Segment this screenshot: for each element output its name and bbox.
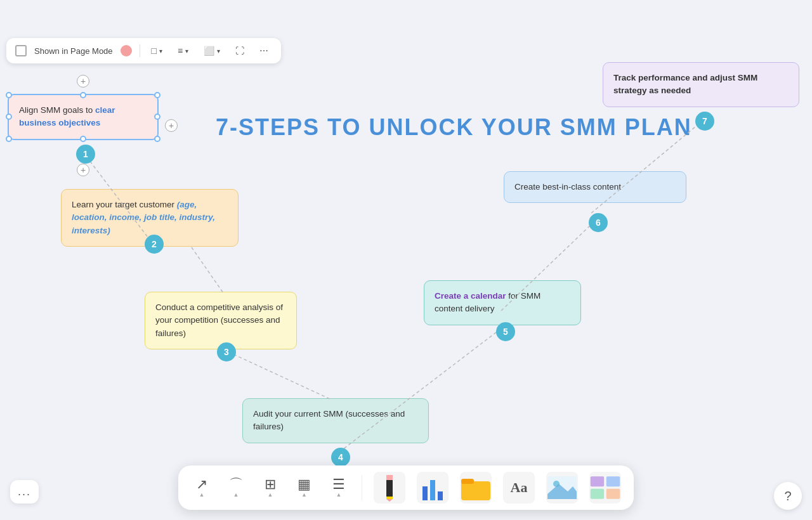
select-tool[interactable]: ↗ ▲ [191, 475, 213, 500]
step-card-3[interactable]: Conduct a competitive analysis of your c… [145, 292, 297, 349]
selection-handle-bm [80, 136, 86, 142]
svg-rect-7 [386, 497, 393, 499]
step-card-7[interactable]: Track performance and adjust SMM strateg… [603, 62, 799, 107]
card-6-text: Create best-in-class content [514, 182, 621, 192]
template-icon [589, 474, 621, 502]
folder-tool[interactable] [460, 472, 492, 504]
sticky-icon: ▦ [298, 478, 311, 491]
svg-rect-10 [422, 486, 428, 500]
color-dot[interactable] [121, 45, 132, 56]
card-5-highlight: Create a calendar [435, 291, 506, 301]
add-button-top[interactable]: + [77, 75, 89, 88]
step-number-4: 4 [331, 448, 350, 467]
step-number-2: 2 [145, 235, 164, 254]
toolbar-separator [362, 475, 362, 500]
svg-rect-9 [386, 475, 393, 480]
sticky-badge: ▲ [301, 491, 307, 498]
fullscreen-button[interactable]: ⛶ [232, 43, 248, 58]
step-card-4[interactable]: Audit your current SMM (successes and fa… [242, 398, 429, 443]
selection-handle-tl [6, 92, 12, 98]
divider-1 [140, 44, 140, 57]
step-number-7: 7 [695, 112, 714, 131]
text-aa-tool[interactable]: Aa [503, 472, 535, 504]
frame-icon: ⬜ [204, 46, 214, 56]
main-title: 7-STEPS TO UNLOCK YOUR SMM PLAN [216, 114, 692, 141]
frame-icon: ⊞ [265, 478, 276, 491]
card-7-text: Track performance and adjust SMM strateg… [613, 73, 757, 95]
help-icon: ? [784, 489, 791, 504]
card-3-text: Conduct a competitive analysis of your c… [155, 302, 283, 338]
pen-tool[interactable]: ⌒ ▲ [224, 475, 248, 500]
frame-badge: ▲ [268, 491, 273, 498]
fullscreen-icon: ⛶ [235, 46, 244, 56]
image-tool[interactable] [546, 472, 578, 504]
pencil-tool[interactable] [374, 472, 405, 504]
pen-icon: ⌒ [229, 478, 243, 491]
text-icon: ☰ [332, 478, 345, 491]
selection-handle-mr [154, 114, 160, 120]
pen-badge: ▲ [233, 491, 239, 498]
text-aa-icon: Aa [511, 479, 528, 496]
select-badge: ▲ [199, 491, 205, 498]
chart-tool[interactable] [417, 472, 449, 504]
svg-rect-13 [461, 481, 490, 500]
more-options-button[interactable]: ⋯ [256, 43, 272, 58]
card-1-text-before: Align SMM goals to [19, 105, 95, 115]
selection-handle-tm [80, 92, 86, 98]
chart-icon [421, 474, 444, 502]
shape-chevron: ▾ [159, 48, 162, 55]
list-chevron: ▾ [185, 48, 188, 55]
image-icon [546, 474, 578, 502]
page-icon [15, 45, 27, 56]
add-button-right[interactable]: + [165, 119, 178, 132]
selection-handle-bl [6, 136, 12, 142]
svg-rect-19 [606, 476, 620, 486]
svg-rect-12 [438, 491, 443, 500]
step-number-6: 6 [589, 213, 608, 232]
bottom-toolbar: ↗ ▲ ⌒ ▲ ⊞ ▲ ▦ ▲ ☰ ▲ [178, 465, 634, 510]
svg-marker-8 [386, 499, 393, 502]
step-card-5[interactable]: Create a calendar for SMM content delive… [424, 280, 581, 325]
add-button-bottom[interactable]: + [77, 164, 89, 176]
svg-rect-18 [591, 476, 604, 486]
frame-tool[interactable]: ⊞ ▲ [259, 475, 281, 500]
frame-chevron: ▾ [217, 48, 220, 55]
step-card-6[interactable]: Create best-in-class content [504, 171, 686, 203]
shape-button[interactable]: □ ▾ [148, 43, 166, 58]
svg-rect-11 [430, 480, 435, 500]
svg-rect-14 [461, 479, 474, 484]
selection-handle-tr [154, 92, 160, 98]
step-number-1: 1 [76, 145, 95, 164]
card-2-text-before: Learn your target customer [72, 200, 177, 209]
top-toolbar: Shown in Page Mode □ ▾ ≡ ▾ ⬜ ▾ ⛶ ⋯ [6, 38, 281, 63]
selection-handle-ml [6, 114, 12, 120]
selection-handle-br [154, 136, 160, 142]
svg-rect-21 [606, 489, 620, 499]
template-tool[interactable] [589, 472, 621, 504]
pencil-icon [378, 474, 401, 502]
more-options-icon: ⋯ [259, 46, 268, 56]
list-button[interactable]: ≡ ▾ [174, 43, 192, 58]
page-mode-label: Shown in Page Mode [34, 46, 113, 56]
more-button[interactable]: ... [10, 480, 39, 504]
list-icon: ≡ [178, 46, 183, 56]
folder-icon [460, 474, 492, 502]
frame-button[interactable]: ⬜ ▾ [200, 43, 224, 58]
card-4-text: Audit your current SMM (successes and fa… [253, 409, 405, 431]
select-icon: ↗ [196, 478, 207, 491]
shape-icon: □ [152, 46, 157, 56]
text-badge: ▲ [336, 491, 342, 498]
step-number-5: 5 [496, 322, 515, 341]
help-button[interactable]: ? [774, 482, 802, 510]
step-number-3: 3 [217, 342, 236, 361]
step-card-1[interactable]: Align SMM goals to clear business object… [8, 94, 159, 140]
sticky-tool[interactable]: ▦ ▲ [292, 475, 316, 500]
svg-rect-20 [591, 489, 604, 499]
text-tool[interactable]: ☰ ▲ [327, 475, 350, 500]
